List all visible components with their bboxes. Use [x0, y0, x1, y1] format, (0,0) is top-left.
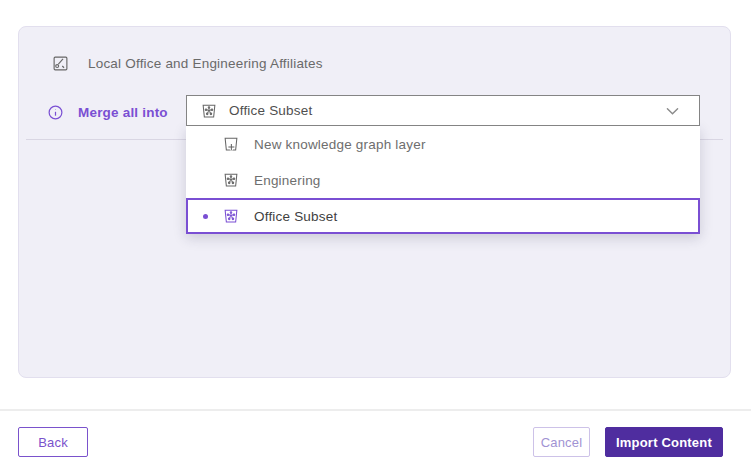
dropdown-item-label: New knowledge graph layer	[254, 137, 426, 152]
combobox-value: Office Subset	[229, 103, 312, 118]
info-icon	[47, 104, 64, 121]
dropdown-item-label: Enginering	[254, 173, 321, 188]
import-content-dialog: Local Office and Engineering Affiliates …	[0, 0, 751, 470]
selected-bullet	[203, 214, 208, 219]
knowledge-graph-layer-icon	[222, 171, 240, 189]
dropdown-item-office-subset[interactable]: Office Subset	[186, 198, 700, 234]
merge-all-into-row: Merge all into	[47, 100, 168, 124]
dropdown-item-new-knowledge-graph-layer[interactable]: New knowledge graph layer	[186, 126, 700, 162]
knowledge-graph-layer-icon	[222, 207, 240, 225]
link-chart-layer-icon	[52, 55, 69, 72]
chevron-down-icon[interactable]	[666, 107, 679, 116]
merge-target-combobox[interactable]: Office Subset	[186, 95, 700, 126]
knowledge-graph-layer-icon	[200, 102, 218, 120]
footer-divider	[0, 409, 751, 411]
source-layer-row: Local Office and Engineering Affiliates	[52, 51, 323, 75]
cancel-button[interactable]: Cancel	[533, 427, 590, 457]
merge-all-into-label: Merge all into	[78, 105, 168, 120]
dropdown-item-enginering[interactable]: Enginering	[186, 162, 700, 198]
back-button[interactable]: Back	[18, 427, 88, 457]
new-knowledge-graph-layer-icon	[222, 135, 240, 153]
dropdown-item-label: Office Subset	[254, 209, 337, 224]
import-content-button[interactable]: Import Content	[605, 427, 723, 457]
source-layer-label: Local Office and Engineering Affiliates	[88, 56, 323, 71]
bullet-slot	[188, 214, 222, 219]
merge-target-dropdown: New knowledge graph layer Enginering	[186, 126, 700, 234]
